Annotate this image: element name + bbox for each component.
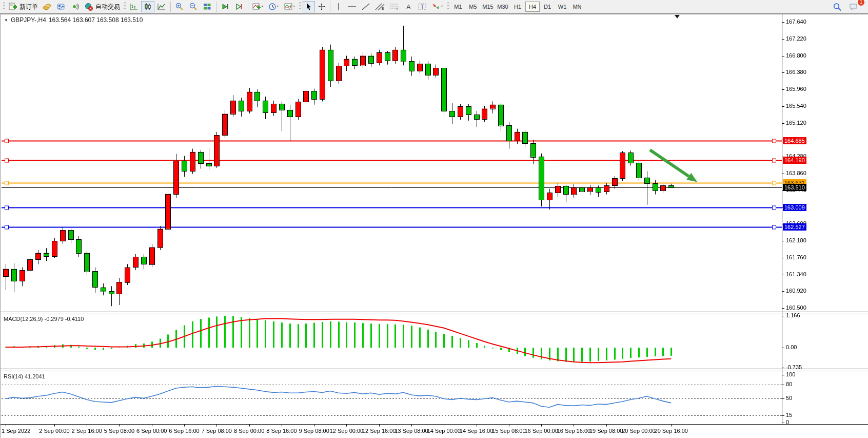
toolbar-drag-handle[interactable] [447, 2, 449, 11]
time-axis-label: 12 Sep 16:00 [362, 428, 396, 434]
zoom-out-icon [189, 3, 198, 11]
timeframe-m15-button[interactable]: M15 [481, 2, 495, 12]
gold-quotes-icon [43, 3, 52, 11]
new-order-icon [9, 3, 17, 11]
periods-clock-icon [268, 3, 280, 11]
arrow-shapes-icon [431, 3, 444, 11]
svg-text:E: E [382, 7, 384, 10]
price-level-badge: 164.685 [783, 137, 806, 144]
text-label-button[interactable]: T [416, 1, 429, 12]
crosshair-button[interactable] [315, 1, 328, 12]
cursor-arrow-icon [305, 3, 313, 11]
auto-scroll-button[interactable] [219, 1, 232, 12]
time-axis-label: 2 Sep 16:00 [72, 428, 102, 434]
price-level-badge: 163.510 [783, 184, 806, 191]
timeframe-mn-button[interactable]: MN [570, 2, 584, 12]
new-order-button[interactable]: 新订单 [7, 1, 40, 12]
time-axis-label: 7 Sep 08:00 [202, 428, 232, 434]
chart-canvas[interactable] [1, 14, 868, 438]
axis-tick-label: 163.860 [786, 170, 806, 176]
timeframe-m5-button[interactable]: M5 [466, 2, 480, 12]
axis-tick-label: 167.640 [786, 18, 806, 25]
horizontal-line-button[interactable] [345, 1, 359, 12]
chart-shift-icon [234, 3, 244, 11]
timeframe-m1-button[interactable]: M1 [451, 2, 465, 12]
arrows-button[interactable] [429, 1, 446, 12]
time-axis-label: 19 Sep 08:00 [589, 428, 623, 434]
time-axis-label: 20 Sep 16:00 [655, 428, 688, 434]
time-axis-label: 13 Sep 08:00 [394, 428, 428, 434]
search-button[interactable] [831, 1, 844, 12]
horizontal-line-icon [347, 3, 357, 11]
text-icon: A [405, 3, 413, 11]
indicators-icon [252, 3, 264, 11]
candlestick-chart-button[interactable] [141, 1, 154, 12]
fibonacci-button[interactable]: F [388, 1, 402, 12]
toolbar-drag-handle[interactable] [124, 2, 126, 11]
periods-button[interactable] [266, 1, 282, 12]
time-axis-label: 6 Sep 16:00 [169, 428, 199, 434]
axis-tick-label: 0 [786, 419, 789, 425]
line-chart-icon [157, 3, 166, 11]
time-axis-label: 8 Sep 00:00 [234, 428, 264, 434]
axis-tick-label: 50 [786, 395, 792, 401]
toolbar-drag-handle[interactable] [3, 2, 5, 11]
signal-button[interactable] [68, 1, 82, 12]
text-button[interactable]: A [403, 1, 415, 12]
time-axis-label: 20 Sep 00:00 [622, 428, 655, 434]
timeframe-group: M1M5M15M30H1H4D1W1MN [451, 2, 584, 12]
equidistant-channel-icon: E [375, 3, 385, 11]
candlestick-chart-icon [143, 3, 152, 11]
svg-text:F: F [397, 7, 399, 11]
axis-tick-label: 165.120 [786, 120, 806, 126]
auto-trading-button[interactable]: 自动交易 [82, 1, 122, 12]
search-icon [833, 3, 842, 11]
bar-chart-icon [129, 3, 139, 11]
equidistant-channel-button[interactable]: E [373, 1, 387, 12]
tile-windows-icon [203, 3, 212, 11]
fibonacci-icon: F [390, 3, 400, 11]
line-chart-button[interactable] [155, 1, 168, 12]
vertical-line-button[interactable] [332, 1, 345, 12]
time-axis-label: 5 Sep 08:00 [104, 428, 134, 434]
axis-tick-label: 100 [786, 371, 795, 377]
svg-text:A: A [406, 3, 411, 11]
collapse-chart-icon[interactable]: ▼ [4, 18, 8, 23]
trendline-button[interactable] [359, 1, 372, 12]
new-order-label: 新订单 [19, 3, 38, 11]
timeframe-h1-button[interactable]: H1 [510, 2, 525, 12]
macd-label: MACD(12,26,9) -0.2979 -0.4110 [4, 316, 84, 322]
toolbar-drag-handle[interactable] [299, 2, 301, 11]
time-axis-label: 2 Sep 00:00 [39, 428, 69, 434]
templates-button[interactable] [282, 1, 298, 12]
cursor-button[interactable] [303, 1, 315, 12]
chart-shift-button[interactable] [232, 1, 246, 12]
indicators-button[interactable] [250, 1, 266, 12]
chart-profile-button[interactable] [54, 1, 68, 12]
axis-tick-label: -0.735 [786, 364, 802, 370]
axis-tick-label: 165.960 [786, 86, 806, 92]
zoom-in-button[interactable] [173, 1, 186, 12]
chart-symbol-label: GBPJPY-,H4 [11, 16, 46, 24]
timeframe-d1-button[interactable]: D1 [540, 2, 555, 12]
time-axis-label: 14 Sep 00:00 [427, 428, 461, 434]
chart-title: ▼ GBPJPY-,H4 163.564 163.607 163.508 163… [4, 16, 143, 24]
axis-tick-label: 165.540 [786, 103, 806, 109]
chart-shift-marker[interactable] [675, 15, 680, 18]
quotes-button[interactable] [41, 1, 54, 12]
timeframe-m30-button[interactable]: M30 [496, 2, 510, 12]
timeframe-h4-button[interactable]: H4 [525, 2, 540, 12]
zoom-out-button[interactable] [187, 1, 200, 12]
tile-windows-button[interactable] [201, 1, 214, 12]
timeframe-w1-button[interactable]: W1 [555, 2, 569, 12]
auto-trading-icon [84, 3, 93, 11]
crosshair-icon [318, 3, 326, 11]
toolbar-separator [216, 2, 216, 12]
axis-tick-label: 160.920 [786, 288, 806, 294]
time-axis-label: 16 Sep 00:00 [524, 428, 558, 434]
trendline-icon [361, 3, 370, 11]
text-label-icon: T [418, 3, 427, 11]
toolbar-separator [170, 2, 171, 12]
time-axis-label: 15 Sep 08:00 [492, 428, 525, 434]
bar-chart-button[interactable] [127, 1, 141, 12]
